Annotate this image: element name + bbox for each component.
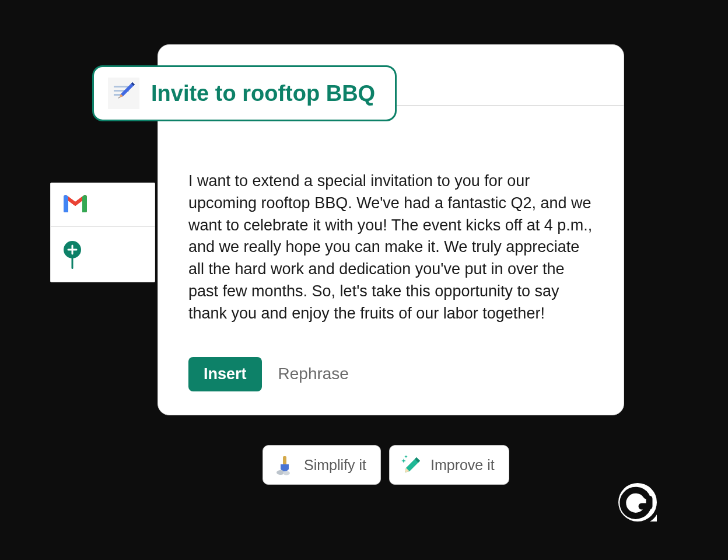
prompt-title-pill[interactable]: Invite to rooftop BBQ <box>92 65 397 121</box>
simplify-label: Simplify it <box>304 457 366 474</box>
generated-text: I want to extend a special invitation to… <box>158 170 624 325</box>
pen-writing-icon <box>108 78 139 109</box>
grammarly-icon[interactable] <box>616 481 659 524</box>
svg-rect-3 <box>283 456 286 466</box>
improve-chip[interactable]: Improve it <box>389 445 509 485</box>
floating-actions: Simplify it Improve it <box>262 445 509 485</box>
svg-point-5 <box>283 471 290 475</box>
add-icon <box>64 241 81 258</box>
gmail-icon <box>62 194 88 216</box>
gmail-row[interactable] <box>51 183 155 227</box>
brush-icon <box>274 454 296 476</box>
insert-button[interactable]: Insert <box>188 357 262 391</box>
add-row[interactable] <box>51 227 155 282</box>
svg-rect-0 <box>114 86 129 88</box>
improve-label: Improve it <box>430 457 495 474</box>
sparkle-pencil-icon <box>400 454 422 476</box>
gmail-sidebar <box>50 183 155 282</box>
rephrase-button[interactable]: Rephrase <box>278 365 349 383</box>
prompt-title-label: Invite to rooftop BBQ <box>151 81 375 106</box>
card-actions: Insert Rephrase <box>158 357 624 415</box>
simplify-chip[interactable]: Simplify it <box>262 445 381 485</box>
